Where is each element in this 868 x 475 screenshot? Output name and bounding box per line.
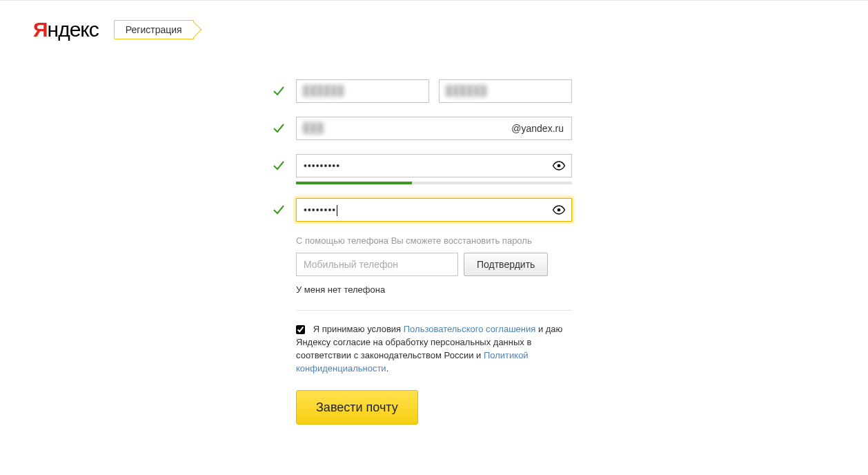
registration-form: ██████ ██████ ███ @yandex.ru	[296, 79, 572, 425]
password-strength-fill	[296, 182, 412, 184]
logo[interactable]: Яндекс	[33, 18, 99, 41]
name-fields: ██████ ██████	[296, 79, 572, 103]
first-name-input[interactable]	[296, 79, 429, 103]
toggle-password-confirm-visibility[interactable]	[550, 201, 568, 219]
phone-input[interactable]	[296, 253, 458, 276]
phone-hint: С помощью телефона Вы сможете восстанови…	[296, 235, 572, 246]
password-confirm-row: ••••••••	[296, 198, 572, 222]
confirm-phone-button[interactable]: Подтвердить	[464, 253, 548, 276]
toggle-password-visibility[interactable]	[550, 157, 568, 175]
login-input[interactable]	[296, 117, 572, 140]
agreement-block: Я принимаю условия Пользовательского сог…	[296, 323, 572, 375]
agreement-checkbox[interactable]	[296, 325, 305, 334]
registration-tag: Регистрация	[114, 20, 194, 39]
svg-point-0	[558, 164, 561, 168]
user-agreement-link[interactable]: Пользовательского соглашения	[404, 324, 536, 334]
text-caret	[337, 205, 337, 216]
check-icon	[273, 204, 285, 216]
eye-icon	[552, 161, 566, 171]
page-header: Яндекс Регистрация	[0, 1, 868, 41]
password-row	[296, 154, 572, 184]
password-input[interactable]	[296, 154, 572, 177]
login-row: ███ @yandex.ru	[296, 117, 572, 140]
no-phone-link[interactable]: У меня нет телефона	[296, 284, 572, 295]
check-icon	[273, 85, 285, 97]
check-icon	[273, 122, 285, 135]
create-mail-button[interactable]: Завести почту	[296, 390, 418, 425]
check-icon	[273, 159, 285, 172]
eye-icon	[552, 205, 566, 215]
password-strength-bar	[296, 182, 572, 184]
logo-rest: ндекс	[48, 18, 99, 41]
phone-row: Подтвердить	[296, 253, 572, 276]
registration-tag-label: Регистрация	[126, 24, 182, 35]
agreement-text-suffix: .	[386, 363, 389, 374]
logo-letter: Я	[33, 18, 48, 41]
name-row: ██████ ██████	[296, 79, 572, 103]
divider	[296, 310, 572, 311]
agreement-text-prefix: Я принимаю условия	[313, 324, 404, 334]
svg-point-1	[558, 209, 561, 212]
password-confirm-input[interactable]: ••••••••	[296, 198, 572, 222]
last-name-input[interactable]	[439, 79, 572, 103]
